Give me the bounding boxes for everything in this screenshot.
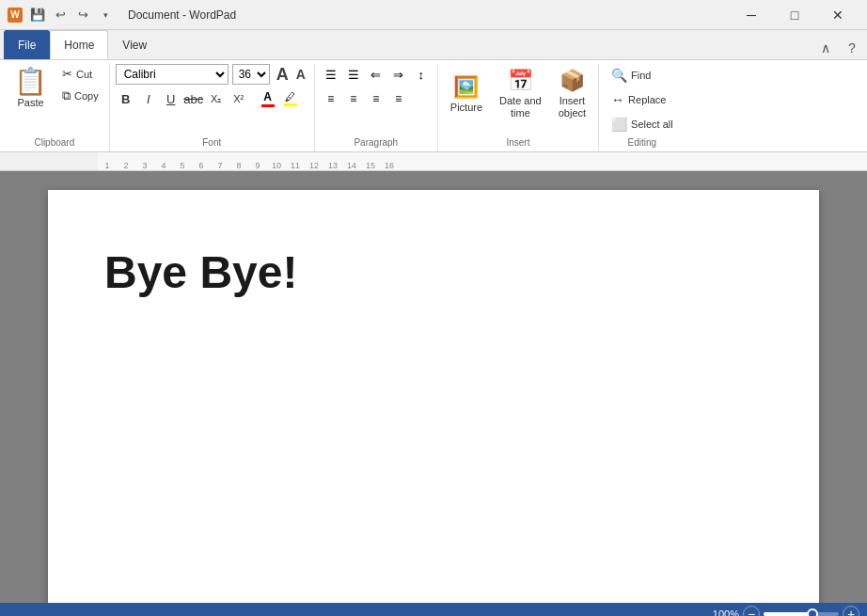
- insert-label: Insert: [506, 135, 529, 151]
- ruler-mark: 5: [173, 161, 192, 170]
- underline-button[interactable]: U: [161, 88, 181, 109]
- ruler-mark: 15: [361, 161, 380, 170]
- clipboard-group: 📋 Paste ✂ Cut ⧉ Copy Clipboard: [0, 64, 110, 151]
- ruler-mark: 9: [248, 161, 267, 170]
- ruler-mark: 13: [323, 161, 342, 170]
- tab-view[interactable]: View: [108, 30, 161, 59]
- strikethrough-button[interactable]: abc: [183, 88, 204, 109]
- align-right-button[interactable]: ≡: [366, 88, 386, 109]
- window-title: Document - WordPad: [128, 8, 236, 22]
- ribbon-tabs: File Home View ∧ ?: [0, 30, 867, 60]
- font-family-select[interactable]: Calibri: [116, 64, 229, 85]
- zoom-in-button[interactable]: +: [843, 606, 859, 616]
- copy-button[interactable]: ⧉ Copy: [57, 86, 103, 106]
- zoom-thumb[interactable]: [807, 608, 818, 616]
- find-label: Find: [631, 70, 651, 81]
- statusbar: 100% − +: [0, 603, 867, 616]
- para-row-2: ≡ ≡ ≡ ≡: [321, 88, 432, 109]
- paste-icon: 📋: [14, 69, 47, 95]
- ruler-mark: 7: [211, 161, 229, 170]
- font-size-select[interactable]: 36: [232, 64, 270, 85]
- decrease-indent-button[interactable]: ⇐: [366, 64, 386, 85]
- zoom-out-button[interactable]: −: [743, 606, 760, 616]
- datetime-icon: 📅: [508, 69, 533, 93]
- save-button[interactable]: 💾: [28, 6, 47, 24]
- justify-button[interactable]: ≡: [388, 88, 409, 109]
- picture-label: Picture: [450, 102, 482, 113]
- redo-button[interactable]: ↪: [73, 6, 92, 24]
- shrink-font-button[interactable]: A: [293, 65, 308, 84]
- ruler-marks: 1 2 3 4 5 6 7 8 9 10 11 12 13 14 15 16: [98, 152, 399, 170]
- italic-button[interactable]: I: [138, 88, 159, 109]
- paragraph-label: Paragraph: [354, 135, 398, 151]
- datetime-button[interactable]: 📅 Date andtime: [493, 64, 548, 124]
- editing-label: Editing: [628, 135, 657, 151]
- close-button[interactable]: ✕: [816, 0, 859, 30]
- editing-group: 🔍 Find ↔ Replace ⬜ Select all Editing: [599, 64, 686, 151]
- picture-icon: 🖼️: [453, 75, 479, 100]
- grow-shrink-buttons: A A: [274, 65, 308, 84]
- zoom-slider[interactable]: [764, 612, 839, 616]
- insert-group: 🖼️ Picture 📅 Date andtime 📦 Insertobject…: [438, 64, 599, 151]
- replace-icon: ↔: [611, 92, 624, 107]
- quick-access-toolbar: 💾 ↩ ↪ ▾: [28, 6, 115, 24]
- insert-object-label: Insertobject: [559, 95, 586, 119]
- zoom-fill: [764, 612, 809, 616]
- align-center-button[interactable]: ≡: [343, 88, 364, 109]
- titlebar: W 💾 ↩ ↪ ▾ Document - WordPad ─ □ ✕: [0, 0, 867, 30]
- ruler-mark: 4: [154, 161, 173, 170]
- ruler-mark: 11: [286, 161, 305, 170]
- ruler-mark: 1: [98, 161, 117, 170]
- paste-button[interactable]: 📋 Paste: [6, 64, 55, 113]
- select-all-label: Select all: [631, 118, 673, 130]
- cut-copy-buttons: ✂ Cut ⧉ Copy: [57, 64, 103, 106]
- document-page[interactable]: Bye Bye!: [48, 190, 819, 603]
- para-row-1: ☰ ☰ ⇐ ⇒ ↕: [321, 64, 432, 85]
- numbering-button[interactable]: ☰: [343, 64, 364, 85]
- picture-button[interactable]: 🖼️ Picture: [444, 71, 489, 118]
- insert-object-button[interactable]: 📦 Insertobject: [552, 64, 592, 124]
- editing-content: 🔍 Find ↔ Replace ⬜ Select all: [605, 64, 680, 135]
- insert-object-icon: 📦: [560, 69, 585, 93]
- font-content: Calibri 36 A A B I U abc X₂ X² A: [116, 64, 308, 135]
- window-controls: ─ □ ✕: [730, 0, 859, 30]
- copy-icon: ⧉: [62, 88, 71, 103]
- ruler-mark: 2: [117, 161, 135, 170]
- ruler: 1 2 3 4 5 6 7 8 9 10 11 12 13 14 15 16: [0, 152, 867, 171]
- undo-button[interactable]: ↩: [51, 6, 70, 24]
- find-button[interactable]: 🔍 Find: [605, 64, 680, 87]
- quick-access-dropdown[interactable]: ▾: [96, 6, 115, 24]
- document-content[interactable]: Bye Bye!: [104, 246, 763, 298]
- line-spacing-button[interactable]: ↕: [411, 64, 432, 85]
- font-row-2: B I U abc X₂ X² A 🖊: [116, 88, 301, 109]
- ruler-mark: 16: [380, 161, 399, 170]
- font-color-button[interactable]: A: [258, 88, 278, 109]
- subscript-button[interactable]: X₂: [206, 88, 227, 109]
- ribbon: 📋 Paste ✂ Cut ⧉ Copy Clipboard Calibri: [0, 60, 867, 152]
- tab-home[interactable]: Home: [50, 30, 108, 59]
- cut-button[interactable]: ✂ Cut: [57, 64, 103, 84]
- font-row-1: Calibri 36 A A: [116, 64, 308, 85]
- tab-file[interactable]: File: [4, 30, 50, 59]
- help-button[interactable]: ?: [841, 37, 863, 59]
- select-all-button[interactable]: ⬜ Select all: [605, 113, 680, 135]
- highlight-color-button[interactable]: 🖊: [280, 88, 301, 109]
- document-area[interactable]: Bye Bye!: [0, 171, 867, 603]
- ribbon-collapse-button[interactable]: ∧: [814, 37, 837, 59]
- minimize-button[interactable]: ─: [730, 0, 773, 30]
- insert-buttons: 🖼️ Picture 📅 Date andtime 📦 Insertobject: [444, 64, 592, 124]
- ruler-mark: 12: [305, 161, 323, 170]
- maximize-button[interactable]: □: [773, 0, 816, 30]
- bullets-button[interactable]: ☰: [321, 64, 341, 85]
- cut-label: Cut: [76, 69, 92, 80]
- replace-button[interactable]: ↔ Replace: [605, 88, 680, 111]
- clipboard-content: 📋 Paste ✂ Cut ⧉ Copy: [6, 64, 103, 135]
- superscript-button[interactable]: X²: [229, 88, 249, 109]
- titlebar-left: W 💾 ↩ ↪ ▾ Document - WordPad: [8, 6, 236, 24]
- align-left-button[interactable]: ≡: [321, 88, 341, 109]
- grow-font-button[interactable]: A: [274, 65, 292, 84]
- ruler-mark: 10: [267, 161, 286, 170]
- increase-indent-button[interactable]: ⇒: [388, 64, 409, 85]
- bold-button[interactable]: B: [116, 88, 136, 109]
- find-icon: 🔍: [611, 68, 627, 83]
